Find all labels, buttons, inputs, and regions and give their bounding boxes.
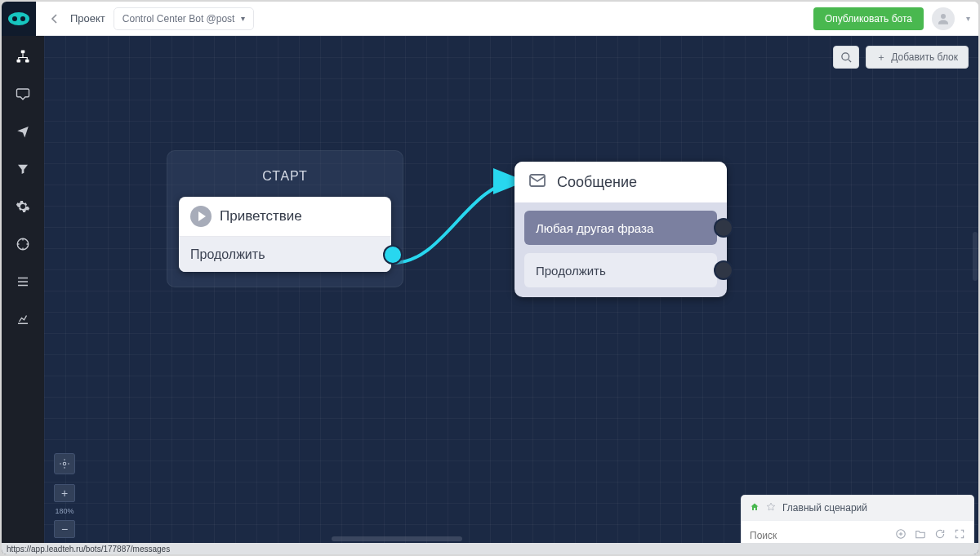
- node-message-row-continue[interactable]: Продолжить: [524, 253, 717, 287]
- sidebar-item-messages[interactable]: Сообщения: [8, 82, 38, 106]
- status-url: https://app.leadteh.ru/bots/177887/messa…: [7, 545, 170, 554]
- add-block-button[interactable]: ＋ Добавить блок: [866, 46, 969, 69]
- svg-rect-4: [21, 51, 25, 54]
- output-port[interactable]: [715, 220, 732, 236]
- vertical-scrollbar[interactable]: [972, 36, 978, 535]
- sidebar-item-filter[interactable]: [8, 157, 38, 181]
- sidebar-item-support[interactable]: [8, 232, 38, 256]
- canvas-grid: [44, 36, 978, 554]
- sidebar-item-list[interactable]: [8, 269, 38, 294]
- node-message-row-continue-label: Продолжить: [536, 264, 606, 278]
- svg-rect-6: [25, 60, 29, 63]
- svg-point-1: [12, 16, 17, 21]
- project-label: Проект: [70, 12, 105, 24]
- sidebar-item-settings[interactable]: [8, 194, 38, 219]
- app-logo[interactable]: [2, 2, 36, 36]
- zoom-controls: + 180% −: [54, 453, 75, 538]
- zoom-out-button[interactable]: −: [54, 520, 75, 538]
- output-port[interactable]: [385, 247, 401, 263]
- horizontal-scrollbar[interactable]: [87, 535, 978, 543]
- node-start-card-title: Приветствие: [220, 208, 302, 225]
- robot-logo-icon: [7, 11, 31, 27]
- node-start[interactable]: СТАРТ Приветствие Продолжить: [167, 150, 403, 287]
- home-icon: [750, 502, 760, 514]
- star-icon[interactable]: [766, 502, 776, 514]
- topbar: Проект Control Center Bot @post ▾ Опубли…: [2, 2, 978, 36]
- node-message-row-phrase[interactable]: Любая другая фраза: [524, 211, 717, 245]
- sidebar-item-broadcast[interactable]: [8, 119, 38, 144]
- zoom-level-label: 180%: [55, 507, 74, 515]
- add-block-label: Добавить блок: [891, 51, 958, 63]
- publish-button[interactable]: Опубликовать бота: [813, 7, 924, 30]
- envelope-icon: [528, 171, 547, 194]
- project-select[interactable]: Control Center Bot @post ▾: [114, 7, 255, 30]
- back-button[interactable]: [47, 11, 62, 26]
- plus-icon: ＋: [876, 51, 886, 64]
- node-start-card[interactable]: Приветствие Продолжить: [179, 197, 391, 272]
- node-message-head[interactable]: Сообщение: [514, 162, 727, 202]
- chevron-down-icon: ▾: [241, 14, 245, 23]
- play-icon: [190, 206, 212, 227]
- locate-button[interactable]: [54, 453, 75, 474]
- svg-point-2: [20, 16, 25, 21]
- svg-point-0: [8, 12, 29, 25]
- node-message[interactable]: Сообщение Любая другая фраза Продолжить: [514, 162, 727, 297]
- scenario-title: Главный сценарий: [782, 502, 867, 514]
- user-avatar[interactable]: [932, 7, 955, 30]
- canvas-toolbar: ＋ Добавить блок: [833, 46, 969, 69]
- project-name: Control Center Bot @post: [122, 13, 235, 24]
- output-port[interactable]: [715, 262, 732, 278]
- node-message-title: Сообщение: [557, 174, 637, 191]
- svg-point-10: [63, 462, 66, 465]
- sidebar-item-analytics[interactable]: [8, 307, 38, 331]
- status-bar: https://app.leadteh.ru/bots/177887/messa…: [2, 543, 978, 554]
- svg-rect-5: [17, 60, 21, 63]
- node-start-title: СТАРТ: [179, 169, 391, 184]
- left-sidebar: Сообщения: [2, 36, 44, 554]
- node-start-row-continue-label: Продолжить: [190, 247, 265, 262]
- svg-point-3: [941, 14, 946, 19]
- zoom-in-button[interactable]: +: [54, 484, 75, 502]
- node-start-card-head[interactable]: Приветствие: [179, 197, 391, 236]
- svg-point-9: [842, 52, 849, 60]
- flow-canvas[interactable]: СТАРТ Приветствие Продолжить: [44, 36, 978, 554]
- scenario-header[interactable]: Главный сценарий: [742, 496, 973, 520]
- node-start-row-continue[interactable]: Продолжить: [179, 236, 391, 272]
- user-menu-caret-icon[interactable]: ▾: [966, 14, 970, 23]
- search-button[interactable]: [833, 46, 859, 69]
- sidebar-item-structure[interactable]: [8, 44, 38, 69]
- node-message-row-phrase-label: Любая другая фраза: [536, 221, 653, 235]
